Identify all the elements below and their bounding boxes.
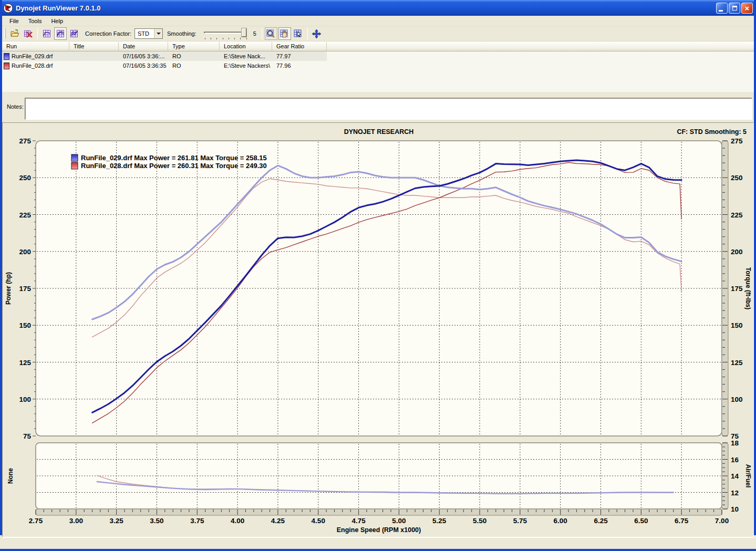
menu-tools[interactable]: Tools bbox=[24, 17, 46, 25]
power-tick-label: 250 bbox=[19, 174, 31, 182]
dynojet-logo-icon bbox=[3, 3, 13, 13]
smoothing-slider[interactable] bbox=[202, 27, 250, 40]
notes-input[interactable] bbox=[25, 98, 752, 120]
legend-chip bbox=[71, 162, 78, 169]
graph-display-3-icon bbox=[69, 29, 79, 38]
column-header-type[interactable]: Type bbox=[168, 42, 220, 51]
rpm-tick-label: 2.75 bbox=[29, 517, 43, 525]
chart-title: DYNOJET RESEARCH bbox=[344, 128, 414, 136]
rpm-tick-label: 4.25 bbox=[271, 517, 285, 525]
minimize-icon bbox=[719, 10, 723, 12]
maximize-icon bbox=[732, 6, 737, 11]
rpm-tick-label: 5.50 bbox=[473, 517, 486, 525]
open-run-button[interactable] bbox=[8, 27, 21, 40]
zoom-icon bbox=[266, 29, 276, 39]
power-tick-label: 150 bbox=[19, 321, 31, 329]
table-row-runfile-028[interactable]: RunFile_028.drf 07/16/05 3:36:35 I RO E:… bbox=[2, 61, 754, 70]
notes-label: Notes: bbox=[7, 103, 24, 110]
toolbar-grip[interactable] bbox=[4, 28, 6, 39]
table-row-runfile-029[interactable]: RunFile_029.drf 07/16/05 3:36:... RO E:\… bbox=[2, 51, 327, 61]
pan-button[interactable] bbox=[278, 27, 291, 40]
combo-dropdown-button[interactable] bbox=[154, 29, 162, 38]
airfuel-axis-label: Air/Fuel bbox=[744, 464, 752, 488]
move-axes-icon bbox=[312, 29, 322, 39]
rpm-tick-label: 7.00 bbox=[715, 517, 729, 525]
minimize-button[interactable] bbox=[716, 3, 728, 14]
torque-tick-label: 175 bbox=[731, 285, 743, 293]
column-header-location[interactable]: Location bbox=[220, 42, 272, 51]
menu-file[interactable]: File bbox=[5, 17, 23, 25]
column-header-title[interactable]: Title bbox=[69, 42, 119, 51]
power-tick-label: 275 bbox=[19, 137, 31, 145]
rpm-tick-label: 5.25 bbox=[432, 517, 447, 525]
rpm-tick-label: 4.50 bbox=[312, 517, 325, 525]
toolbar: Correction Factor: STD Smoothing: 5 bbox=[2, 26, 754, 41]
run-date: 07/16/05 3:36:35 I bbox=[119, 63, 168, 69]
run-name: RunFile_029.drf bbox=[12, 53, 53, 59]
graph-display-2-icon bbox=[56, 29, 65, 38]
run-list-header: Run Title Date Type Location Gear Ratio bbox=[2, 42, 754, 51]
chart-corner-note: CF: STD Smoothing: 5 bbox=[677, 128, 747, 136]
rpm-tick-label: 3.75 bbox=[190, 517, 204, 525]
torque-tick-label: 275 bbox=[731, 137, 743, 145]
airfuel-tick-label: 10 bbox=[731, 505, 739, 513]
rpm-tick-label: 4.00 bbox=[231, 517, 244, 525]
none-axis-label: None bbox=[7, 468, 14, 484]
rpm-tick-label: 3.50 bbox=[150, 517, 163, 525]
run-location: E:\Steve Nackers\ bbox=[220, 63, 272, 69]
rpm-tick-label: 3.25 bbox=[110, 517, 124, 525]
run-type: RO bbox=[168, 63, 220, 69]
rpm-tick-label: 4.75 bbox=[351, 517, 366, 525]
delete-run-icon bbox=[24, 29, 33, 38]
run-gear-ratio: 77.97 bbox=[272, 53, 327, 59]
smoothing-label: Smoothing: bbox=[167, 30, 196, 37]
status-bar bbox=[2, 537, 754, 549]
power-tick-label: 200 bbox=[19, 248, 31, 256]
menu-help[interactable]: Help bbox=[47, 17, 67, 25]
maximize-button[interactable] bbox=[729, 3, 740, 14]
toolbar-separator bbox=[37, 28, 38, 39]
window-border bbox=[754, 0, 756, 535]
app-window: Dynojet RunViewer 7.0.1.0 × File Tools H… bbox=[0, 0, 756, 551]
dyno-chart[interactable]: 7510012515017520022525027575100125150175… bbox=[4, 123, 752, 537]
correction-factor-select[interactable]: STD bbox=[134, 28, 163, 39]
zoom-button[interactable] bbox=[265, 27, 277, 40]
slider-thumb[interactable] bbox=[242, 28, 246, 37]
graph-display-3-button[interactable] bbox=[68, 27, 80, 40]
run-location: E:\Steve Nack... bbox=[220, 53, 272, 59]
rpm-tick-label: 5.75 bbox=[513, 517, 527, 525]
torque-tick-label: 125 bbox=[731, 359, 743, 367]
notes-panel: Notes: bbox=[2, 92, 754, 122]
close-button[interactable]: × bbox=[741, 3, 753, 14]
run-date: 07/16/05 3:36:... bbox=[119, 53, 168, 59]
titlebar[interactable]: Dynojet RunViewer 7.0.1.0 × bbox=[0, 0, 756, 16]
power-tick-label: 100 bbox=[19, 396, 31, 403]
column-header-gear-ratio[interactable]: Gear Ratio bbox=[272, 42, 327, 51]
slider-ticks bbox=[205, 38, 247, 39]
column-header-run[interactable]: Run bbox=[2, 42, 69, 51]
select-arrow-icon bbox=[293, 29, 303, 39]
menubar: File Tools Help bbox=[2, 16, 754, 26]
delete-run-button[interactable] bbox=[22, 27, 35, 40]
toolbar-separator bbox=[307, 28, 308, 39]
legend-label: RunFile_029.drf Max Power = 261.81 Max T… bbox=[81, 154, 267, 162]
graph-display-1-button[interactable] bbox=[40, 27, 53, 40]
graph-display-1-icon bbox=[42, 29, 51, 38]
move-axes-button[interactable] bbox=[310, 27, 323, 40]
power-tick-label: 225 bbox=[19, 211, 31, 219]
window-border bbox=[0, 549, 756, 551]
correction-factor-label: Correction Factor: bbox=[85, 30, 131, 37]
chart-panel[interactable]: 7510012515017520022525027575100125150175… bbox=[2, 122, 754, 537]
rpm-tick-label: 3.00 bbox=[69, 517, 83, 525]
power-axis-label: Power (hp) bbox=[5, 272, 12, 305]
column-header-date[interactable]: Date bbox=[119, 42, 168, 51]
torque-tick-label: 100 bbox=[731, 396, 743, 403]
graph-display-2-button[interactable] bbox=[54, 27, 67, 40]
torque-tick-label: 150 bbox=[731, 321, 743, 329]
power-tick-label: 175 bbox=[19, 285, 31, 293]
run-list: Run Title Date Type Location Gear Ratio … bbox=[2, 41, 754, 92]
rpm-tick-label: 6.75 bbox=[675, 517, 689, 525]
slider-track[interactable] bbox=[204, 32, 247, 34]
select-button[interactable] bbox=[292, 27, 305, 40]
smoothing-value: 5 bbox=[253, 30, 256, 37]
